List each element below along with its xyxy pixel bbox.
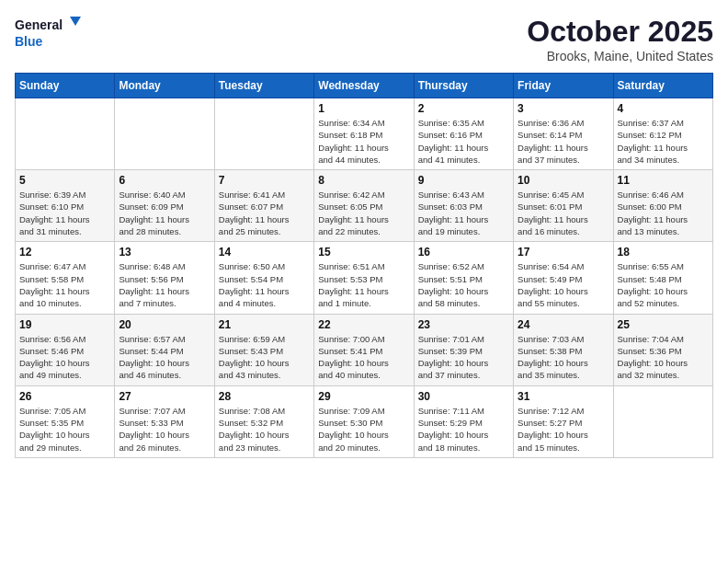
day-info: Sunrise: 6:41 AM Sunset: 6:07 PM Dayligh… xyxy=(219,189,310,237)
day-info: Sunrise: 6:55 AM Sunset: 5:48 PM Dayligh… xyxy=(618,260,709,309)
calendar-cell xyxy=(16,98,115,170)
calendar-cell: 8Sunrise: 6:42 AM Sunset: 6:05 PM Daylig… xyxy=(314,170,414,242)
header-thursday: Thursday xyxy=(414,74,513,98)
day-info: Sunrise: 6:59 AM Sunset: 5:43 PM Dayligh… xyxy=(219,333,310,382)
day-info: Sunrise: 6:50 AM Sunset: 5:54 PM Dayligh… xyxy=(219,260,310,309)
calendar-cell: 4Sunrise: 6:37 AM Sunset: 6:12 PM Daylig… xyxy=(613,98,712,170)
day-info: Sunrise: 7:01 AM Sunset: 5:39 PM Dayligh… xyxy=(418,333,509,382)
calendar-cell: 31Sunrise: 7:12 AM Sunset: 5:27 PM Dayli… xyxy=(514,385,613,457)
day-number: 22 xyxy=(318,318,409,331)
calendar-week-row: 12Sunrise: 6:47 AM Sunset: 5:58 PM Dayli… xyxy=(16,242,713,314)
calendar-cell: 19Sunrise: 6:56 AM Sunset: 5:46 PM Dayli… xyxy=(16,314,115,385)
calendar-cell: 20Sunrise: 6:57 AM Sunset: 5:44 PM Dayli… xyxy=(115,314,214,385)
day-info: Sunrise: 6:48 AM Sunset: 5:56 PM Dayligh… xyxy=(119,260,210,309)
month-title: October 2025 xyxy=(527,15,713,49)
day-number: 10 xyxy=(518,174,609,187)
calendar-cell: 23Sunrise: 7:01 AM Sunset: 5:39 PM Dayli… xyxy=(414,314,513,385)
calendar-cell: 10Sunrise: 6:45 AM Sunset: 6:01 PM Dayli… xyxy=(514,170,613,242)
day-info: Sunrise: 7:05 AM Sunset: 5:35 PM Dayligh… xyxy=(19,405,110,454)
calendar-cell: 17Sunrise: 6:54 AM Sunset: 5:49 PM Dayli… xyxy=(514,242,613,314)
header-wednesday: Wednesday xyxy=(314,74,414,98)
header-friday: Friday xyxy=(514,74,613,98)
day-number: 24 xyxy=(518,318,609,331)
calendar-cell: 27Sunrise: 7:07 AM Sunset: 5:33 PM Dayli… xyxy=(115,385,214,457)
svg-marker-2 xyxy=(70,17,81,26)
calendar-week-row: 19Sunrise: 6:56 AM Sunset: 5:46 PM Dayli… xyxy=(16,314,713,385)
calendar-week-row: 26Sunrise: 7:05 AM Sunset: 5:35 PM Dayli… xyxy=(16,385,713,457)
page-header: GeneralBlue October 2025 Brooks, Maine, … xyxy=(15,15,713,63)
day-number: 30 xyxy=(418,390,509,403)
svg-text:General: General xyxy=(15,17,63,32)
day-info: Sunrise: 7:00 AM Sunset: 5:41 PM Dayligh… xyxy=(318,333,409,382)
day-info: Sunrise: 6:54 AM Sunset: 5:49 PM Dayligh… xyxy=(518,260,609,309)
day-info: Sunrise: 6:51 AM Sunset: 5:53 PM Dayligh… xyxy=(318,260,409,309)
calendar-cell: 1Sunrise: 6:34 AM Sunset: 6:18 PM Daylig… xyxy=(314,98,414,170)
calendar-cell: 29Sunrise: 7:09 AM Sunset: 5:30 PM Dayli… xyxy=(314,385,414,457)
day-info: Sunrise: 6:34 AM Sunset: 6:18 PM Dayligh… xyxy=(318,117,409,166)
day-info: Sunrise: 7:12 AM Sunset: 5:27 PM Dayligh… xyxy=(518,405,609,454)
day-number: 4 xyxy=(618,102,709,115)
header-sunday: Sunday xyxy=(16,74,115,98)
day-number: 9 xyxy=(418,174,509,187)
logo-svg: GeneralBlue xyxy=(15,15,97,53)
day-info: Sunrise: 7:07 AM Sunset: 5:33 PM Dayligh… xyxy=(119,405,210,454)
day-number: 12 xyxy=(19,246,110,259)
calendar-cell: 21Sunrise: 6:59 AM Sunset: 5:43 PM Dayli… xyxy=(214,314,313,385)
calendar-cell: 16Sunrise: 6:52 AM Sunset: 5:51 PM Dayli… xyxy=(414,242,513,314)
day-info: Sunrise: 7:03 AM Sunset: 5:38 PM Dayligh… xyxy=(518,333,609,382)
day-info: Sunrise: 6:57 AM Sunset: 5:44 PM Dayligh… xyxy=(119,333,210,382)
day-number: 3 xyxy=(518,102,609,115)
day-number: 5 xyxy=(19,174,110,187)
day-info: Sunrise: 7:08 AM Sunset: 5:32 PM Dayligh… xyxy=(219,405,310,454)
calendar-cell: 11Sunrise: 6:46 AM Sunset: 6:00 PM Dayli… xyxy=(613,170,712,242)
day-info: Sunrise: 6:36 AM Sunset: 6:14 PM Dayligh… xyxy=(518,117,609,166)
day-number: 15 xyxy=(318,246,409,259)
day-info: Sunrise: 6:46 AM Sunset: 6:00 PM Dayligh… xyxy=(618,189,709,237)
calendar-cell xyxy=(214,98,313,170)
day-number: 27 xyxy=(119,390,210,403)
day-number: 18 xyxy=(618,246,709,259)
calendar-cell: 3Sunrise: 6:36 AM Sunset: 6:14 PM Daylig… xyxy=(514,98,613,170)
calendar-cell: 22Sunrise: 7:00 AM Sunset: 5:41 PM Dayli… xyxy=(314,314,414,385)
calendar-table: SundayMondayTuesdayWednesdayThursdayFrid… xyxy=(15,73,713,458)
day-number: 26 xyxy=(19,390,110,403)
day-number: 1 xyxy=(318,102,409,115)
day-info: Sunrise: 6:40 AM Sunset: 6:09 PM Dayligh… xyxy=(119,189,210,237)
day-number: 17 xyxy=(518,246,609,259)
calendar-cell: 30Sunrise: 7:11 AM Sunset: 5:29 PM Dayli… xyxy=(414,385,513,457)
day-number: 8 xyxy=(318,174,409,187)
day-number: 11 xyxy=(618,174,709,187)
day-info: Sunrise: 6:42 AM Sunset: 6:05 PM Dayligh… xyxy=(318,189,409,237)
day-info: Sunrise: 6:39 AM Sunset: 6:10 PM Dayligh… xyxy=(19,189,110,237)
day-number: 13 xyxy=(119,246,210,259)
calendar-cell: 15Sunrise: 6:51 AM Sunset: 5:53 PM Dayli… xyxy=(314,242,414,314)
day-number: 29 xyxy=(318,390,409,403)
day-info: Sunrise: 6:37 AM Sunset: 6:12 PM Dayligh… xyxy=(618,117,709,166)
svg-text:Blue: Blue xyxy=(15,34,43,49)
calendar-cell xyxy=(115,98,214,170)
calendar-cell: 25Sunrise: 7:04 AM Sunset: 5:36 PM Dayli… xyxy=(613,314,712,385)
calendar-cell: 13Sunrise: 6:48 AM Sunset: 5:56 PM Dayli… xyxy=(115,242,214,314)
day-number: 25 xyxy=(618,318,709,331)
calendar-cell: 5Sunrise: 6:39 AM Sunset: 6:10 PM Daylig… xyxy=(16,170,115,242)
header-monday: Monday xyxy=(115,74,214,98)
day-info: Sunrise: 6:52 AM Sunset: 5:51 PM Dayligh… xyxy=(418,260,509,309)
calendar-cell: 14Sunrise: 6:50 AM Sunset: 5:54 PM Dayli… xyxy=(214,242,313,314)
day-info: Sunrise: 6:56 AM Sunset: 5:46 PM Dayligh… xyxy=(19,333,110,382)
day-number: 19 xyxy=(19,318,110,331)
day-info: Sunrise: 7:09 AM Sunset: 5:30 PM Dayligh… xyxy=(318,405,409,454)
calendar-cell: 26Sunrise: 7:05 AM Sunset: 5:35 PM Dayli… xyxy=(16,385,115,457)
location: Brooks, Maine, United States xyxy=(527,49,713,63)
day-info: Sunrise: 6:35 AM Sunset: 6:16 PM Dayligh… xyxy=(418,117,509,166)
day-number: 2 xyxy=(418,102,509,115)
day-number: 21 xyxy=(219,318,310,331)
logo: GeneralBlue xyxy=(15,15,97,53)
calendar-header-row: SundayMondayTuesdayWednesdayThursdayFrid… xyxy=(16,74,713,98)
day-number: 20 xyxy=(119,318,210,331)
calendar-week-row: 5Sunrise: 6:39 AM Sunset: 6:10 PM Daylig… xyxy=(16,170,713,242)
day-number: 16 xyxy=(418,246,509,259)
header-saturday: Saturday xyxy=(613,74,712,98)
day-number: 23 xyxy=(418,318,509,331)
day-number: 28 xyxy=(219,390,310,403)
calendar-cell xyxy=(613,385,712,457)
